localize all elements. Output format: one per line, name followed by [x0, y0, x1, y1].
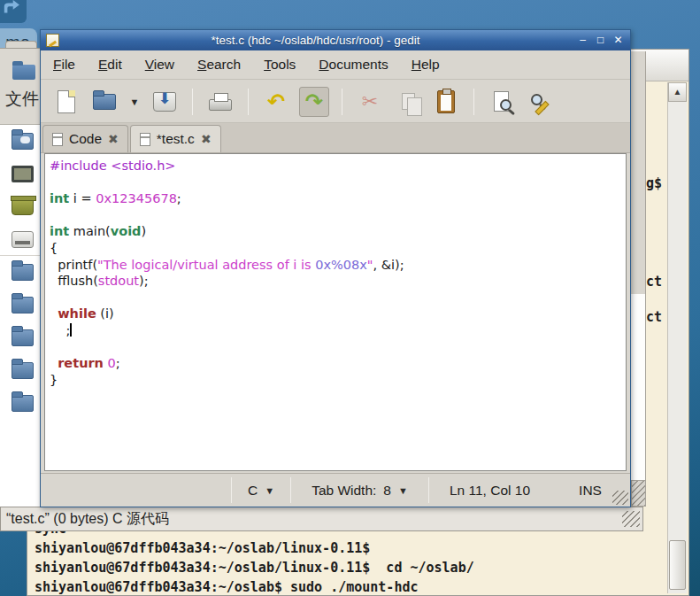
chevron-down-icon: ▼ — [265, 485, 274, 496]
scroll-up-arrow-icon[interactable]: ▲ — [668, 82, 687, 102]
print-icon — [209, 99, 232, 111]
find-button[interactable] — [487, 87, 517, 117]
sidebar-item[interactable]: M — [0, 321, 40, 354]
gedit-toolbar: ▼ ↶ ↷ ✂ — [41, 81, 630, 123]
terminal-line: shiyanlou@67dffb043a34:~/oslab/linux-0.1… — [35, 558, 665, 577]
menu-edit[interactable]: Edit — [98, 57, 122, 73]
sidebar-item[interactable]: s — [0, 125, 40, 158]
menu-view[interactable]: View — [145, 57, 174, 73]
folder-icon — [12, 297, 34, 313]
sidebar-item[interactable]: T — [0, 190, 40, 223]
code-line: #include <stdio.h> — [50, 158, 626, 174]
redo-button[interactable]: ↷ — [299, 87, 329, 117]
resize-grip-icon — [631, 480, 646, 507]
code-editor[interactable]: #include <stdio.h> int i = 0x12345678; i… — [44, 153, 627, 471]
menu-help[interactable]: Help — [412, 57, 440, 73]
code-line: { — [50, 240, 626, 257]
gedit-titlebar[interactable]: *test.c (hdc ~/oslab/hdc/usr/root) - ged… — [41, 30, 630, 50]
search-icon — [531, 94, 542, 105]
chevron-down-icon: ▼ — [398, 485, 408, 496]
undo-button[interactable]: ↶ — [261, 87, 291, 117]
code-line: int main(void) — [50, 223, 626, 240]
sidebar-item[interactable]: P — [0, 354, 40, 387]
minimize-button[interactable]: – — [576, 30, 589, 50]
sidebar-item[interactable]: D — [0, 158, 40, 190]
sidebar-item[interactable]: V — [0, 387, 40, 420]
redo-icon: ↷ — [305, 91, 323, 112]
code-line: while (i) — [50, 306, 626, 322]
copy-button[interactable] — [393, 87, 423, 117]
new-document-icon — [58, 90, 75, 113]
folder-icon — [12, 264, 34, 281]
toolbar-separator — [192, 89, 193, 115]
close-tab-icon[interactable]: ✖ — [201, 132, 212, 146]
code-line: printf("The logical/virtual address of i… — [50, 257, 626, 274]
folder-icon — [12, 362, 34, 379]
language-dropdown[interactable]: C ▼ — [232, 474, 290, 507]
tab-label: *test.c — [157, 131, 195, 147]
terminal-line: shiyanlou@67dffb043a34:~/oslab$ sudo ./m… — [35, 577, 665, 595]
resize-grip-icon[interactable] — [622, 511, 640, 527]
resize-grip-icon[interactable] — [612, 491, 628, 505]
window-title: *test.c (hdc ~/oslab/hdc/usr/root) - ged… — [59, 34, 572, 47]
menu-search[interactable]: Search — [197, 57, 241, 73]
code-line — [50, 290, 626, 306]
gedit-app-icon — [46, 34, 59, 47]
find-replace-button[interactable] — [525, 87, 555, 117]
code-line — [50, 174, 626, 191]
document-icon — [140, 133, 150, 146]
tab-width-value: 8 — [383, 483, 391, 499]
toolbar-separator — [342, 89, 342, 115]
save-button[interactable] — [150, 87, 180, 117]
chevron-down-icon: ▼ — [130, 97, 140, 107]
gedit-window: *test.c (hdc ~/oslab/hdc/usr/root) - ged… — [40, 29, 631, 507]
new-document-button[interactable] — [51, 87, 81, 117]
file-manager-sidebar[interactable]: sDT文DDMPV — [0, 124, 41, 507]
sidebar-item[interactable]: D — [0, 289, 40, 321]
back-arrow-icon[interactable] — [0, 0, 27, 23]
open-dropdown-button[interactable]: ▼ — [127, 87, 142, 117]
open-button[interactable] — [89, 87, 119, 117]
desktop-icon — [12, 166, 34, 182]
tab-code[interactable]: Code✖ — [42, 125, 128, 152]
sidebar-item[interactable]: 文 — [0, 223, 40, 256]
terminal-scrollbar[interactable]: ▲ — [667, 82, 687, 593]
menu-file[interactable]: File — [53, 57, 75, 73]
close-button[interactable]: ✕ — [612, 30, 625, 50]
toolbar-separator — [473, 89, 474, 115]
code-line: ; — [50, 322, 626, 339]
tab-test.c[interactable]: *test.c✖ — [130, 125, 221, 152]
tab-width-label: Tab Width: — [312, 483, 376, 499]
paste-button[interactable] — [431, 87, 461, 117]
sidebar-item[interactable]: D — [0, 256, 40, 289]
cut-button[interactable]: ✂ — [355, 87, 385, 117]
close-tab-icon[interactable]: ✖ — [108, 132, 119, 146]
disk-icon — [12, 231, 34, 248]
maximize-button[interactable]: □ — [594, 30, 607, 50]
file-manager-status-text: “test.c” (0 bytes) C 源代码 — [6, 510, 169, 529]
code-line: } — [50, 372, 626, 389]
terminal-output[interactable]: syncshiyanlou@67dffb043a34:~/oslab/linux… — [35, 526, 665, 595]
tab-width-dropdown[interactable]: Tab Width: 8 ▼ — [291, 474, 428, 507]
code-line: fflush(stdout); — [50, 273, 626, 290]
cut-icon: ✂ — [362, 92, 378, 112]
terminal-scrollbar-thumb[interactable] — [669, 540, 686, 590]
folder-icon — [12, 65, 35, 80]
menu-documents[interactable]: Documents — [319, 57, 388, 73]
code-line — [50, 339, 626, 356]
open-folder-icon — [93, 94, 116, 110]
save-icon — [153, 92, 176, 112]
home-folder-icon — [12, 133, 34, 150]
menu-tools[interactable]: Tools — [264, 57, 296, 73]
file-manager-file-menu[interactable]: 文件 — [5, 88, 39, 111]
code-line: return 0; — [50, 355, 626, 372]
undo-icon: ↶ — [267, 91, 285, 112]
print-button[interactable] — [205, 87, 235, 117]
folder-icon — [12, 329, 34, 346]
cursor-position: Ln 11, Col 10 — [429, 474, 550, 507]
terminal-line: shiyanlou@67dffb043a34:~/oslab/linux-0.1… — [35, 538, 665, 558]
paste-icon — [437, 90, 455, 113]
code-line — [50, 207, 626, 224]
file-manager-window-edge — [631, 51, 646, 507]
desktop-background: me – □ ✕ \.ng$ trict trict syncshiyanlou… — [0, 0, 700, 596]
